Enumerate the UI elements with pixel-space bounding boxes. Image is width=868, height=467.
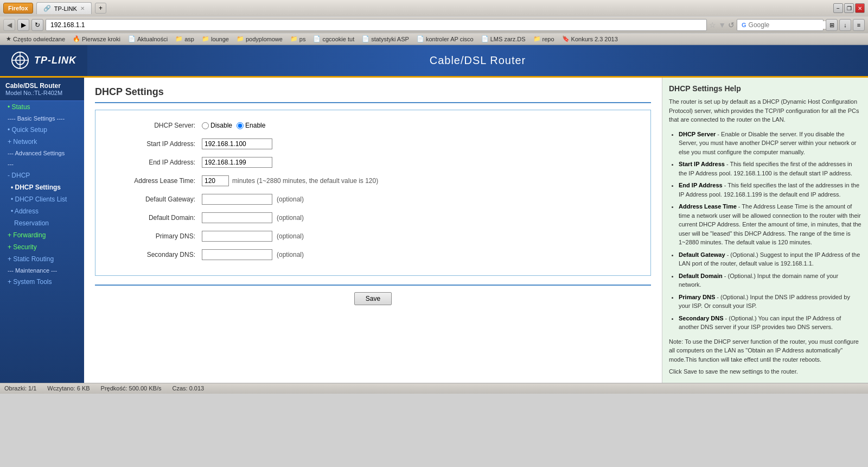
sidebar-item-security[interactable]: + Security: [0, 241, 84, 253]
bookmark-aktualnosci[interactable]: 📄 Aktualności: [125, 35, 170, 43]
device-model: Model No.:TL-R402M: [5, 90, 79, 96]
lease-time-control: minutes (1~2880 minutes, the default val…: [202, 175, 378, 186]
secondary-dns-row: Secondary DNS: (optional): [104, 248, 642, 261]
start-ip-input[interactable]: [202, 138, 272, 149]
router-logo: TP-LINK: [0, 45, 87, 76]
download-icon[interactable]: ↓: [839, 19, 851, 31]
disable-radio[interactable]: [202, 122, 209, 129]
status-images: Obrazki: 1/1: [4, 385, 36, 392]
menu-icon[interactable]: ≡: [853, 19, 865, 31]
sidebar-item-reservation[interactable]: Reservation: [0, 217, 84, 229]
help-title: DHCP Settings Help: [669, 84, 861, 93]
address-bar[interactable]: [46, 19, 707, 31]
form-section: DHCP Server: Disable Enable St: [95, 110, 651, 276]
bookmark-lms[interactable]: 📄 LMS zarz.DS: [478, 35, 528, 43]
forward-button[interactable]: ▶: [17, 19, 29, 31]
bookmark-repo[interactable]: 📁 repo: [531, 35, 557, 43]
sidebar-item-dhcp[interactable]: - DHCP: [0, 169, 84, 181]
new-tab-button[interactable]: +: [95, 3, 106, 14]
bookmark-cgcookie[interactable]: 📄 cgcookie tut: [310, 35, 357, 43]
domain-input[interactable]: [202, 212, 272, 223]
enable-radio-label[interactable]: Enable: [237, 122, 265, 129]
secondary-dns-control: (optional): [202, 249, 304, 260]
tab-favicon: 🔗: [43, 5, 51, 12]
sidebar-item-system-tools[interactable]: + System Tools: [0, 276, 84, 288]
sidebar-item-static-routing[interactable]: + Static Routing: [0, 253, 84, 265]
sidebar: Cable/DSL Router Model No.:TL-R402M • St…: [0, 78, 84, 383]
star-bookmark-icon: ★: [6, 35, 11, 42]
back-button[interactable]: ◀: [3, 19, 15, 31]
help-bold-dhcp-server: DHCP Server: [679, 131, 716, 137]
bookmark-konkurs[interactable]: 🔖 Konkurs 2.3 2013: [559, 35, 621, 43]
sidebar-item-advanced-settings: --- Advanced Settings: [0, 148, 84, 159]
help-bold-end-ip: End IP Address: [679, 182, 723, 188]
lease-time-input[interactable]: [202, 175, 229, 186]
star-icon: ☆: [709, 21, 716, 29]
sidebar-item-dhcp-settings[interactable]: • DHCP Settings: [0, 181, 84, 193]
sidebar-sep1: ---: [0, 159, 84, 169]
sidebar-item-address[interactable]: • Address: [0, 205, 84, 217]
close-button[interactable]: ✕: [855, 3, 865, 13]
refresh-button[interactable]: ↻: [31, 19, 43, 31]
main-panel: DHCP Settings DHCP Server: Disable Enabl…: [84, 78, 662, 383]
secondary-dns-input[interactable]: [202, 249, 272, 260]
bookmark-kontroler[interactable]: 📄 kontroler AP cisco: [414, 35, 476, 43]
domain-row: Default Domain: (optional): [104, 211, 642, 224]
tab-close-icon[interactable]: ✕: [80, 5, 85, 11]
help-list: DHCP Server - Enable or Disable the serv…: [669, 130, 861, 332]
gateway-label: Default Gateway:: [104, 195, 202, 203]
folder-repo-icon: 📁: [533, 35, 541, 42]
search-bar[interactable]: G: [737, 19, 824, 31]
folder-asp-icon: 📁: [175, 35, 183, 42]
page-title: DHCP Settings: [95, 86, 651, 103]
end-ip-control: [202, 157, 272, 168]
bookmark-often-visited[interactable]: ★ Często odwiedzane: [3, 35, 68, 43]
end-ip-row: End IP Address:: [104, 156, 642, 169]
enable-radio[interactable]: [237, 122, 244, 129]
domain-control: (optional): [202, 212, 304, 223]
disable-radio-label[interactable]: Disable: [202, 122, 232, 129]
bookmark-statystyki[interactable]: 📄 statystyki ASP: [359, 35, 412, 43]
folder-podyplomowe-icon: 📁: [237, 35, 244, 42]
primary-dns-input[interactable]: [202, 231, 272, 242]
minimize-button[interactable]: −: [833, 3, 843, 13]
gateway-control: (optional): [202, 194, 304, 205]
firefox-button[interactable]: Firefox: [3, 3, 33, 14]
extensions-icon[interactable]: ⊞: [826, 19, 838, 31]
sidebar-item-forwarding[interactable]: + Forwarding: [0, 229, 84, 241]
gateway-row: Default Gateway: (optional): [104, 193, 642, 206]
sidebar-item-basic-settings: ---- Basic Settings ----: [0, 113, 84, 124]
gateway-input[interactable]: [202, 194, 272, 205]
primary-dns-optional: (optional): [277, 232, 304, 240]
sidebar-item-quick-setup[interactable]: • Quick Setup: [0, 124, 84, 136]
status-loaded: Wczytano: 6 KB: [47, 385, 90, 392]
bookmark-asp[interactable]: 📁 asp: [173, 35, 197, 43]
content-area: DHCP Settings DHCP Server: Disable Enabl…: [84, 78, 868, 383]
bookmark-lounge[interactable]: 📁 lounge: [199, 35, 232, 43]
status-speed: Prędkość: 500.00 KB/s: [101, 385, 162, 392]
browser-tab[interactable]: 🔗 TP-LINK ✕: [36, 2, 92, 14]
help-item-start-ip: Start IP Address - This field specifies …: [679, 160, 861, 178]
router-title: Cable/DSL Router: [87, 54, 868, 67]
browser-titlebar: Firefox 🔗 TP-LINK ✕ + − ❐ ✕: [0, 0, 868, 16]
konkurs-icon: 🔖: [562, 35, 570, 42]
sidebar-item-network[interactable]: + Network: [0, 136, 84, 148]
bookmark-ps[interactable]: 📁 ps: [288, 35, 309, 43]
end-ip-input[interactable]: [202, 157, 272, 168]
help-save-note-text: Click Save to save the new settings to t…: [669, 368, 798, 375]
help-bold-lease-time: Address Lease Time: [679, 203, 737, 210]
lease-time-note: minutes (1~2880 minutes, the default val…: [232, 177, 378, 185]
bookmark-podyplomowe[interactable]: 📁 podyplomowe: [234, 35, 285, 43]
bookmarks-bar: ★ Często odwiedzane 🔥 Pierwsze kroki 📄 A…: [0, 33, 868, 45]
help-intro: The router is set up by default as a DHC…: [669, 97, 861, 124]
save-button[interactable]: Save: [354, 292, 392, 305]
folder-lounge-icon: 📁: [202, 35, 209, 42]
dhcp-server-label: DHCP Server:: [104, 122, 202, 129]
tab-title: TP-LINK: [54, 5, 77, 12]
bookmark-pierwsze-kroki[interactable]: 🔥 Pierwsze kroki: [70, 35, 123, 43]
search-input[interactable]: [749, 21, 830, 29]
sidebar-item-dhcp-clients-list[interactable]: • DHCP Clients List: [0, 193, 84, 205]
restore-button[interactable]: ❐: [844, 3, 854, 13]
sidebar-item-status[interactable]: • Status: [0, 101, 84, 113]
help-item-dhcp-server: DHCP Server - Enable or Disable the serv…: [679, 130, 861, 157]
